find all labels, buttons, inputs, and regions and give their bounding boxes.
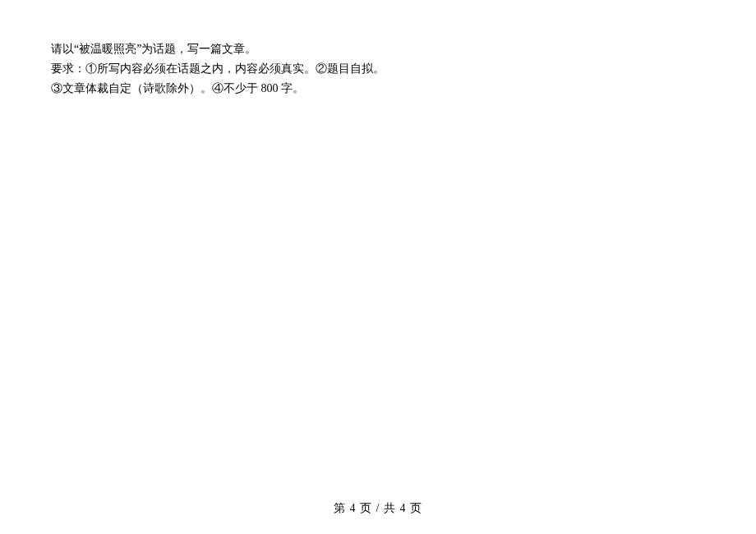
page-footer: 第 4 页 / 共 4 页 [0,501,756,516]
document-body: 请以“被温暖照亮”为话题，写一篇文章。 要求：①所写内容必须在话题之内，内容必须… [51,39,705,98]
prompt-line-1: 请以“被温暖照亮”为话题，写一篇文章。 [51,39,705,59]
prompt-line-3: ③文章体裁自定（诗歌除外）。④不少于 800 字。 [51,79,705,99]
prompt-line-2: 要求：①所写内容必须在话题之内，内容必须真实。②题目自拟。 [51,59,705,79]
page-number: 第 4 页 / 共 4 页 [334,502,422,514]
